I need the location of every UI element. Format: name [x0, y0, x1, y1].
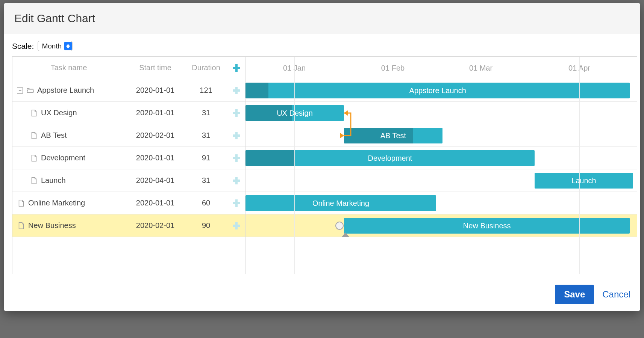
task-name: AB Test [41, 131, 67, 140]
task-duration[interactable]: 60 [185, 199, 227, 207]
task-row[interactable]: AB Test2020-02-0131 [12, 124, 245, 147]
task-row[interactable]: New Business2020-02-0190 [12, 214, 245, 237]
gantt-bar-label: New Business [463, 222, 511, 230]
task-grid: Task name Start time Duration −Appstore … [12, 57, 245, 274]
task-duration[interactable]: 31 [185, 176, 227, 185]
gantt-bar-label: Launch [571, 177, 596, 185]
task-row[interactable]: Development2020-01-0191 [12, 147, 245, 169]
month-gridline [294, 57, 295, 274]
task-name: Launch [41, 176, 66, 185]
file-icon [30, 109, 38, 117]
task-start[interactable]: 2020-01-01 [125, 199, 185, 207]
gantt-bar-progress [245, 150, 295, 166]
dialog-title: Edit Gantt Chart [4, 3, 640, 34]
task-start[interactable]: 2020-02-01 [125, 221, 185, 230]
file-icon [30, 177, 38, 185]
month-gridline [393, 57, 393, 274]
task-row[interactable]: UX Design2020-01-0131 [12, 102, 245, 124]
task-name-cell[interactable]: Online Marketing [12, 199, 125, 207]
task-duration[interactable]: 121 [185, 86, 227, 95]
task-start[interactable]: 2020-04-01 [125, 176, 185, 185]
timeline-header: 01 Jan01 Feb01 Mar01 Apr [245, 57, 637, 79]
task-row[interactable]: Launch2020-04-0131 [12, 169, 245, 192]
task-name: UX Design [41, 109, 77, 117]
timeline-row[interactable]: New Business [245, 214, 637, 237]
add-subtask-button[interactable] [227, 86, 245, 95]
add-subtask-button[interactable] [227, 176, 245, 185]
gantt-bar[interactable]: New Business [344, 218, 630, 234]
task-duration[interactable]: 31 [185, 109, 227, 117]
plus-icon [232, 199, 241, 208]
gantt-bar[interactable]: Online Marketing [245, 195, 436, 211]
task-start[interactable]: 2020-01-01 [125, 154, 185, 162]
task-name-cell[interactable]: UX Design [12, 109, 125, 117]
scale-select[interactable]: Month [38, 41, 73, 51]
dialog-footer: Save Cancel [4, 279, 640, 311]
col-header-duration[interactable]: Duration [185, 63, 227, 72]
add-subtask-button[interactable] [227, 221, 245, 230]
timeline-row[interactable]: AB Test [245, 124, 637, 147]
task-name: Development [41, 154, 85, 162]
file-icon [30, 154, 38, 162]
timeline-row[interactable]: UX Design [245, 102, 637, 124]
plus-icon [232, 176, 241, 185]
task-duration[interactable]: 91 [185, 154, 227, 162]
plus-icon [232, 63, 241, 72]
task-start[interactable]: 2020-01-01 [125, 86, 185, 95]
gantt-bar-label: Online Marketing [312, 199, 369, 208]
task-name-cell[interactable]: −Appstore Launch [12, 86, 125, 95]
task-row[interactable]: Online Marketing2020-01-0160 [12, 192, 245, 214]
timeline-row[interactable]: Development [245, 147, 637, 169]
save-button[interactable]: Save [555, 285, 594, 304]
gantt-bar[interactable]: Appstore Launch [245, 83, 630, 98]
task-name: Online Marketing [28, 199, 85, 207]
task-name: New Business [28, 221, 76, 230]
timeline-row[interactable]: Appstore Launch [245, 79, 637, 102]
task-name-cell[interactable]: Development [12, 154, 125, 162]
add-subtask-button[interactable] [227, 131, 245, 140]
folder-open-icon [26, 86, 34, 95]
add-subtask-button[interactable] [227, 154, 245, 163]
file-icon [17, 222, 25, 230]
scale-label: Scale: [12, 42, 34, 51]
collapse-toggle[interactable]: − [17, 88, 23, 94]
file-icon [30, 131, 38, 140]
gantt-bar-label: UX Design [277, 109, 313, 118]
add-subtask-button[interactable] [227, 199, 245, 208]
gantt-bar[interactable]: Development [245, 150, 535, 166]
gantt-bar-progress [245, 83, 268, 98]
col-header-name[interactable]: Task name [12, 63, 125, 72]
bar-progress-handle[interactable] [342, 232, 349, 237]
col-header-start[interactable]: Start time [125, 63, 185, 72]
task-duration[interactable]: 31 [185, 131, 227, 140]
add-subtask-button[interactable] [227, 109, 245, 118]
timeline-row[interactable]: Launch [245, 169, 637, 192]
cancel-button[interactable]: Cancel [602, 289, 630, 300]
gantt-container: Task name Start time Duration −Appstore … [12, 56, 637, 274]
bar-drag-handle[interactable] [335, 222, 344, 230]
gantt-bar-label: AB Test [380, 131, 406, 140]
task-duration[interactable]: 90 [185, 221, 227, 230]
month-gridline [579, 57, 580, 274]
plus-icon [232, 109, 241, 118]
dialog-body: Scale: Month Task name Start time Durati… [4, 34, 640, 279]
gantt-bar[interactable]: Launch [535, 173, 633, 189]
plus-icon [232, 221, 241, 230]
task-name-cell[interactable]: Launch [12, 176, 125, 185]
task-start[interactable]: 2020-01-01 [125, 109, 185, 117]
grid-header: Task name Start time Duration [12, 57, 245, 79]
plus-icon [232, 154, 241, 163]
timeline-row[interactable]: Online Marketing [245, 192, 637, 214]
gantt-bar-label: Appstore Launch [409, 86, 466, 95]
col-header-add[interactable] [227, 63, 245, 72]
task-row[interactable]: −Appstore Launch2020-01-01121 [12, 79, 245, 102]
timeline[interactable]: 01 Jan01 Feb01 Mar01 Apr Appstore Launch… [245, 57, 637, 274]
gantt-bar-label: Development [368, 154, 412, 163]
plus-icon [232, 86, 241, 95]
scale-control: Scale: Month [12, 41, 637, 51]
task-start[interactable]: 2020-02-01 [125, 131, 185, 140]
task-name-cell[interactable]: AB Test [12, 131, 125, 140]
task-name-cell[interactable]: New Business [12, 221, 125, 230]
file-icon [17, 199, 25, 207]
month-gridline [481, 57, 481, 274]
